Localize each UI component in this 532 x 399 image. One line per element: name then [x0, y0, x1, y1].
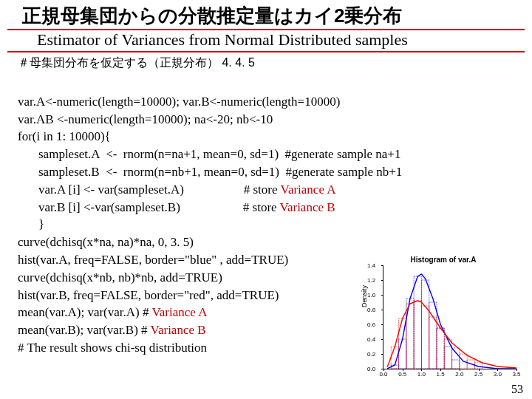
code-line: for(i in 1: 10000){ [18, 129, 111, 143]
code-line: var.A [i] <- var(sampleset.A) # store Va… [18, 181, 336, 199]
x-tick: 1.5 [437, 371, 445, 378]
variance-a-label: Variance A [151, 305, 207, 319]
code-line: mean(var.A); var(var.A) # Variance A [18, 305, 207, 319]
title-en: Estimator of Variances from Normal Distr… [7, 30, 525, 52]
code-line: mean(var.B); var(var.B) # Variance B [18, 323, 206, 337]
x-tick: 2.5 [474, 371, 482, 378]
chart-curves [383, 265, 516, 369]
svg-rect-13 [421, 306, 429, 369]
y-tick: 1.4 [367, 262, 375, 269]
code-line: var.AB <-numeric(length=10000); na<-20; … [18, 112, 273, 126]
variance-a-label: Variance A [280, 183, 335, 197]
code-line: } [18, 216, 44, 233]
x-tick: 0.0 [379, 371, 387, 378]
y-tick: 1.0 [367, 292, 375, 299]
code-line: curve(dchisq(x*na, na)*na, 0, 3. 5) [18, 235, 194, 249]
x-tick: 0.5 [398, 371, 406, 378]
x-tick: 3.0 [494, 371, 502, 378]
svg-rect-1 [399, 339, 406, 369]
svg-rect-4 [421, 280, 429, 369]
code-line: var.A<-numeric(length=10000); var.B<-num… [18, 95, 340, 109]
y-tick: 0.8 [367, 307, 375, 313]
code-line: var.B [i] <-var(sampleset.B) # store Var… [18, 199, 335, 216]
code-line: hist(var.A, freq=FALSE, border="blue" , … [18, 253, 288, 267]
svg-rect-14 [429, 317, 437, 369]
svg-rect-7 [444, 347, 451, 369]
page-number: 53 [511, 383, 523, 396]
svg-rect-15 [437, 328, 444, 369]
x-tick: 2.0 [455, 371, 463, 378]
code-line: sampleset.A <- rnorm(n=na+1, mean=0, sd=… [18, 146, 400, 163]
histogram-chart: Histogram of var.A Density 0.00.20.40.60… [362, 256, 525, 389]
y-tick: 0.6 [367, 321, 375, 328]
svg-rect-17 [452, 348, 460, 369]
variance-b-label: Variance B [151, 323, 206, 337]
code-line: hist(var.B, freq=FALSE, border="red", ad… [18, 288, 279, 302]
chart-title: Histogram of var.A [362, 256, 525, 264]
svg-rect-8 [452, 360, 460, 369]
svg-rect-12 [414, 301, 421, 369]
svg-rect-6 [437, 328, 444, 369]
x-tick: 3.5 [512, 371, 520, 378]
y-tick: 1.2 [367, 277, 375, 284]
x-tick: 1.0 [417, 371, 426, 378]
title-jp: 正規母集団からの分散推定量はカイ2乗分布 [7, 0, 525, 30]
plot-area: 0.00.20.40.60.81.01.21.40.00.51.01.52.02… [383, 265, 516, 369]
code-line: sampleset.B <- rnorm(n=nb+1, mean=0, sd=… [18, 163, 402, 181]
code-line: # The result shows chi-sq distribution [18, 341, 207, 355]
y-tick: 0.2 [367, 351, 375, 358]
y-tick: 0.0 [367, 366, 375, 372]
y-tick: 0.4 [367, 336, 375, 343]
code-line: curve(dchisq(x*nb, nb)*nb, add=TRUE) [18, 270, 222, 284]
variance-b-label: Variance B [280, 200, 335, 214]
header-comment: ＃母集団分布を仮定する（正規分布） 4. 4. 5 [0, 52, 532, 74]
svg-rect-3 [414, 276, 421, 369]
svg-rect-16 [444, 339, 451, 369]
